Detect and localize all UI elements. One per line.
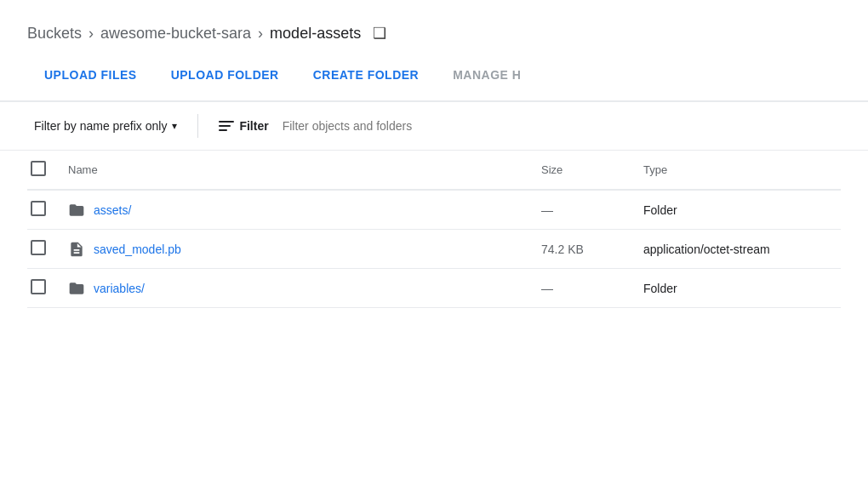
dropdown-arrow-icon: ▾ [172, 120, 177, 132]
objects-table-container: Name Size Type assets/—Foldersaved_model… [0, 151, 868, 308]
row-checkbox-assets[interactable] [31, 201, 46, 216]
file-icon [68, 241, 85, 258]
filter-by-name-label: Filter by name prefix only [34, 119, 167, 133]
objects-table: Name Size Type assets/—Foldersaved_model… [27, 151, 841, 308]
row-name-saved_model[interactable]: saved_model.pb [94, 242, 181, 256]
breadcrumb-current: model-assets [270, 25, 361, 43]
col-header-name: Name [61, 151, 534, 190]
breadcrumb-bucket-name[interactable]: awesome-bucket-sara [100, 25, 251, 43]
col-header-type: Type [637, 151, 841, 190]
create-folder-button[interactable]: CREATE FOLDER [296, 60, 436, 90]
table-row: variables/—Folder [27, 269, 841, 308]
row-checkbox-saved_model[interactable] [31, 240, 46, 255]
copy-path-icon[interactable]: ❑ [373, 24, 386, 43]
folder-icon [68, 280, 85, 297]
upload-folder-button[interactable]: UPLOAD FOLDER [154, 60, 296, 90]
row-size-variables: — [534, 269, 637, 308]
breadcrumb-sep-1: › [89, 25, 94, 43]
filter-lines-icon [219, 121, 234, 131]
row-type-assets: Folder [637, 190, 841, 230]
col-header-size: Size [534, 151, 637, 190]
row-size-assets: — [534, 190, 637, 230]
folder-icon [68, 202, 85, 219]
action-bar: UPLOAD FILES UPLOAD FOLDER CREATE FOLDER… [0, 56, 868, 102]
row-checkbox-variables[interactable] [31, 279, 46, 294]
breadcrumb-sep-2: › [258, 25, 263, 43]
filter-by-name-dropdown[interactable]: Filter by name prefix only ▾ [27, 116, 184, 136]
filter-input[interactable] [283, 119, 841, 133]
select-all-checkbox[interactable] [31, 161, 46, 176]
upload-files-button[interactable]: UPLOAD FILES [27, 60, 154, 90]
table-row: saved_model.pb74.2 KBapplication/octet-s… [27, 230, 841, 269]
filter-divider [197, 114, 198, 138]
row-size-saved_model: 74.2 KB [534, 230, 637, 269]
row-type-saved_model: application/octet-stream [637, 230, 841, 269]
row-name-variables[interactable]: variables/ [94, 282, 145, 295]
breadcrumb: Buckets › awesome-bucket-sara › model-as… [0, 0, 868, 56]
row-type-variables: Folder [637, 269, 841, 308]
table-row: assets/—Folder [27, 190, 841, 230]
filter-row: Filter by name prefix only ▾ Filter [0, 102, 868, 151]
row-name-assets[interactable]: assets/ [94, 203, 131, 217]
breadcrumb-buckets[interactable]: Buckets [27, 25, 82, 43]
manage-h-button[interactable]: MANAGE H [436, 60, 538, 90]
filter-label: Filter [239, 119, 268, 133]
filter-button[interactable]: Filter [212, 116, 275, 136]
